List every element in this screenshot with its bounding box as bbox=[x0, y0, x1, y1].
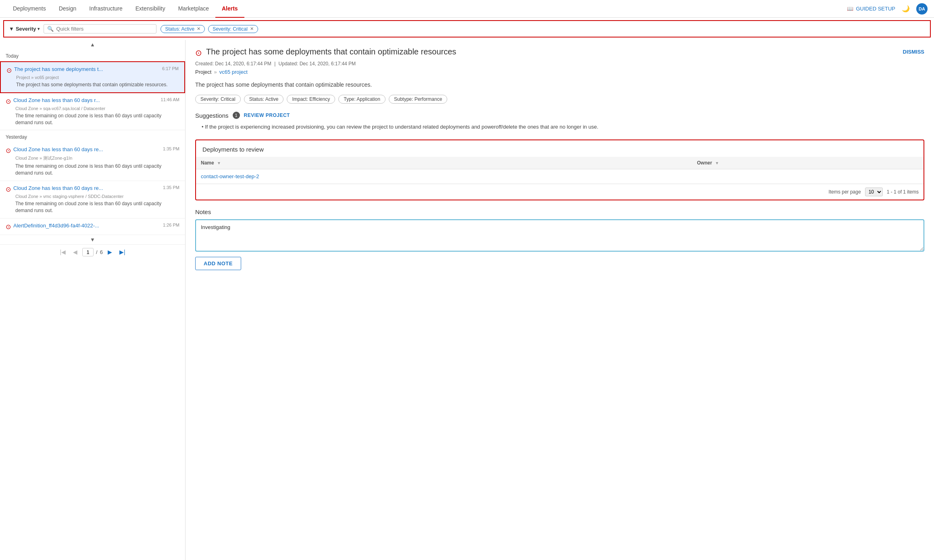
guided-setup-label: GUIDED SETUP bbox=[856, 6, 895, 12]
severity-critical-tag[interactable]: Severity: Critical ✕ bbox=[208, 25, 258, 33]
notes-textarea[interactable]: Investigating bbox=[195, 219, 924, 252]
severity-critical-close[interactable]: ✕ bbox=[250, 26, 254, 31]
pagination: |◀ ◀ 1 / 6 ▶ ▶| bbox=[0, 244, 185, 260]
pagination-info: 1 - 1 of 1 items bbox=[887, 189, 919, 195]
nav-item-deployments[interactable]: Deployments bbox=[6, 0, 52, 18]
main-layout: ▲ Today ⊙ The project has some deploymen… bbox=[0, 40, 934, 560]
breadcrumb-vc65-link[interactable]: vc65 project bbox=[219, 69, 248, 75]
alert-title-2: Cloud Zone has less than 60 days r... bbox=[13, 97, 100, 103]
suggestions-count: 1 bbox=[233, 112, 240, 119]
alert-time-y1: 1:35 PM bbox=[163, 146, 179, 151]
page-input[interactable]: 1 bbox=[82, 248, 94, 256]
breadcrumb: Project » vc65 project bbox=[195, 69, 924, 75]
quick-filter-input[interactable] bbox=[56, 26, 153, 32]
alert-item-y2[interactable]: ⊙ Cloud Zone has less than 60 days re...… bbox=[0, 181, 185, 219]
alert-path-y1: Cloud Zone » 测试Zone-g1In bbox=[15, 155, 179, 161]
tag-impact: Impact: Efficiency bbox=[287, 95, 335, 104]
deployments-table-wrap: Name ▼ Owner ▼ contact-owner bbox=[196, 157, 924, 184]
alert-item-y3[interactable]: ⊙ AlertDefinition_ff4d3d96-fa4f-4022-...… bbox=[0, 219, 185, 235]
yesterday-section-label: Yesterday bbox=[0, 130, 185, 142]
tag-type: Type: Application bbox=[338, 95, 386, 104]
scroll-down[interactable]: ▼ bbox=[0, 235, 185, 244]
alert-title-1: The project has some deployments t... bbox=[14, 66, 103, 72]
nav-item-infrastructure[interactable]: Infrastructure bbox=[83, 0, 129, 18]
review-project-button[interactable]: REVIEW PROJECT bbox=[244, 112, 290, 118]
first-page-btn[interactable]: |◀ bbox=[57, 248, 68, 256]
detail-updated: Updated: Dec 14, 2020, 6:17:44 PM bbox=[279, 61, 356, 67]
detail-created: Created: Dec 14, 2020, 6:17:44 PM bbox=[195, 61, 271, 67]
alert-path-2: Cloud Zone » sqa-vc67.sqa.local / Datace… bbox=[15, 106, 179, 111]
deployments-section: Deployments to review Name ▼ Owner ▼ bbox=[195, 139, 924, 200]
dismiss-button[interactable]: DISMISS bbox=[903, 49, 924, 55]
detail-description: The project has some deployments that co… bbox=[195, 81, 924, 89]
alert-item-2[interactable]: ⊙ Cloud Zone has less than 60 days r... … bbox=[0, 93, 185, 131]
deployment-link[interactable]: contact-owner-test-dep-2 bbox=[201, 173, 259, 179]
suggestion-text: If the project is experiencing increased… bbox=[202, 123, 924, 131]
suggestions-title: Suggestions bbox=[195, 112, 229, 119]
name-filter-icon[interactable]: ▼ bbox=[217, 161, 221, 165]
error-icon-1: ⊙ bbox=[6, 67, 12, 74]
suggestions-header: Suggestions 1 REVIEW PROJECT bbox=[195, 112, 924, 119]
alert-desc-y2: The time remaining on cloud zone is less… bbox=[15, 200, 179, 214]
search-box[interactable]: 🔍 bbox=[44, 24, 156, 33]
book-icon: 📖 bbox=[847, 6, 853, 12]
detail-sep: | bbox=[274, 61, 275, 67]
right-panel: ⊙ The project has some deployments that … bbox=[186, 40, 934, 560]
detail-meta: Created: Dec 14, 2020, 6:17:44 PM | Upda… bbox=[195, 61, 924, 67]
notes-section: Notes Investigating ADD NOTE bbox=[195, 208, 924, 270]
alert-time-1: 6:17 PM bbox=[162, 66, 179, 71]
status-active-close[interactable]: ✕ bbox=[197, 26, 200, 31]
user-avatar: DA bbox=[916, 3, 928, 15]
breadcrumb-project: Project bbox=[195, 69, 211, 75]
tag-subtype: Subtype: Performance bbox=[389, 95, 447, 104]
filter-tags: Status: Active ✕ Severity: Critical ✕ bbox=[161, 25, 258, 33]
error-icon-y1: ⊙ bbox=[6, 147, 11, 154]
last-page-btn[interactable]: ▶| bbox=[117, 248, 128, 256]
severity-filter-button[interactable]: ▼ Severity ▾ bbox=[9, 26, 40, 32]
nav-item-marketplace[interactable]: Marketplace bbox=[172, 0, 215, 18]
today-section-label: Today bbox=[0, 49, 185, 61]
severity-label: Severity bbox=[16, 26, 36, 32]
deployments-table: Name ▼ Owner ▼ contact-owner bbox=[196, 157, 924, 184]
prev-page-btn[interactable]: ◀ bbox=[71, 248, 80, 256]
alert-item-1[interactable]: ⊙ The project has some deployments t... … bbox=[0, 61, 185, 93]
top-nav: Deployments Design Infrastructure Extens… bbox=[0, 0, 934, 18]
add-note-button[interactable]: ADD NOTE bbox=[195, 257, 241, 270]
owner-filter-icon[interactable]: ▼ bbox=[715, 161, 719, 165]
scroll-up[interactable]: ▲ bbox=[0, 40, 185, 49]
alert-title-y3: AlertDefinition_ff4d3d96-fa4f-4022-... bbox=[13, 223, 99, 229]
breadcrumb-chevron: » bbox=[214, 69, 217, 75]
items-per-page-label: Items per page bbox=[829, 189, 861, 195]
error-icon-2: ⊙ bbox=[6, 98, 11, 105]
total-pages: 6 bbox=[100, 249, 103, 255]
search-icon: 🔍 bbox=[47, 26, 54, 32]
tag-status: Status: Active bbox=[244, 95, 284, 104]
nav-item-design[interactable]: Design bbox=[52, 0, 83, 18]
filter-icon: ▼ bbox=[9, 26, 14, 32]
status-active-tag[interactable]: Status: Active ✕ bbox=[161, 25, 205, 33]
alert-desc-y1: The time remaining on cloud zone is less… bbox=[15, 163, 179, 177]
alert-time-y3: 1:26 PM bbox=[163, 223, 179, 227]
alert-item-y1[interactable]: ⊙ Cloud Zone has less than 60 days re...… bbox=[0, 142, 185, 181]
chevron-down-icon: ▾ bbox=[38, 27, 40, 31]
alert-path-y2: Cloud Zone » vmc staging-vsphere / SDDC-… bbox=[15, 194, 179, 199]
error-icon-y2: ⊙ bbox=[6, 185, 11, 193]
theme-toggle[interactable]: 🌙 bbox=[902, 5, 910, 12]
table-footer: Items per page 10 25 50 1 - 1 of 1 items bbox=[196, 184, 924, 200]
nav-item-alerts[interactable]: Alerts bbox=[215, 0, 244, 18]
items-per-page-select[interactable]: 10 25 50 bbox=[865, 187, 883, 196]
nav-item-extensibility[interactable]: Extensibility bbox=[129, 0, 172, 18]
guided-setup-link[interactable]: 📖 GUIDED SETUP bbox=[847, 6, 895, 12]
alert-desc-1: The project has some deployments that co… bbox=[16, 81, 179, 88]
notes-title: Notes bbox=[195, 208, 924, 215]
col-owner[interactable]: Owner ▼ bbox=[692, 157, 924, 169]
severity-critical-label: Severity: Critical bbox=[213, 26, 248, 32]
alert-time-2: 11:46 AM bbox=[161, 97, 179, 102]
alert-desc-2: The time remaining on cloud zone is less… bbox=[15, 112, 179, 126]
left-panel: ▲ Today ⊙ The project has some deploymen… bbox=[0, 40, 186, 560]
deployments-title: Deployments to review bbox=[196, 140, 924, 157]
col-name[interactable]: Name ▼ bbox=[196, 157, 692, 169]
page-sep: / bbox=[96, 249, 98, 255]
next-page-btn[interactable]: ▶ bbox=[105, 248, 115, 256]
table-row: contact-owner-test-dep-2 bbox=[196, 169, 924, 183]
